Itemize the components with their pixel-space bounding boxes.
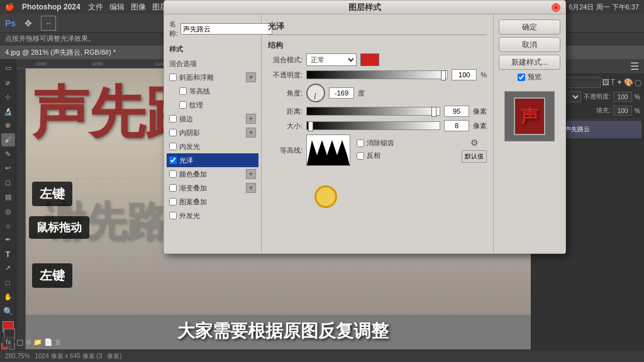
style-stroke[interactable]: 描边 +: [167, 112, 258, 126]
contour-svg: [307, 135, 350, 165]
contour-preview[interactable]: [306, 134, 350, 166]
gradient-overlay-checkbox[interactable]: [169, 184, 177, 192]
add-inner-shadow-btn[interactable]: +: [246, 128, 256, 138]
move-tool-icon[interactable]: ✥: [21, 16, 36, 31]
pen-tool[interactable]: ✒: [1, 233, 15, 247]
texture-label: 纹理: [189, 101, 203, 110]
history-brush[interactable]: ↩: [1, 162, 15, 175]
blur-tool[interactable]: ◎: [1, 204, 15, 218]
size-input[interactable]: [444, 120, 469, 131]
zoom-tool[interactable]: 🔍: [1, 304, 15, 318]
style-gradient-overlay[interactable]: 渐变叠加 +: [167, 181, 258, 195]
opacity-input[interactable]: [613, 92, 632, 102]
add-adj-btn[interactable]: ⊕: [26, 338, 31, 346]
size-slider[interactable]: [306, 121, 440, 130]
left-tools-panel: ▭ ⌀ ⊹ 🔬 ⊕ 🖌 ✎ ↩ ◻ ▤ ◎ ☼ ✒ T ↗ □ ✋ 🔍: [0, 59, 16, 349]
path-select[interactable]: ↗: [1, 261, 15, 275]
ok-button[interactable]: 确定: [499, 19, 560, 35]
lasso-tool[interactable]: ⌀: [1, 76, 15, 90]
style-gloss[interactable]: 光泽: [167, 153, 258, 167]
bevel-checkbox[interactable]: [169, 74, 177, 81]
panel-menu-icon[interactable]: ☰: [630, 60, 639, 72]
shape-tool[interactable]: □: [1, 276, 15, 290]
gloss-blend-select[interactable]: 正常: [306, 53, 357, 66]
angle-input[interactable]: [329, 87, 354, 99]
gloss-checkbox[interactable]: [169, 156, 177, 164]
gradient-tool[interactable]: ▤: [1, 190, 15, 204]
outer-glow-checkbox[interactable]: [169, 212, 177, 219]
fx-btn[interactable]: fx: [3, 337, 14, 347]
style-pattern-overlay[interactable]: 图案叠加: [167, 195, 258, 209]
stroke-checkbox[interactable]: [169, 115, 177, 123]
brush-tool[interactable]: 🖌: [1, 133, 15, 147]
icon3[interactable]: ✦: [616, 78, 623, 87]
apple-icon[interactable]: 🍎: [5, 3, 14, 11]
menu-image[interactable]: 图像: [131, 2, 146, 13]
preview-checkbox[interactable]: [518, 74, 525, 81]
doc-size: 1024 像素 x 645 像素 (3: [35, 352, 102, 361]
invert-checkbox[interactable]: [357, 152, 364, 160]
distance-slider[interactable]: [306, 107, 440, 116]
new-layer-btn[interactable]: 📄: [44, 338, 53, 346]
outer-glow-label: 外发光: [179, 211, 200, 221]
bevel-label: 斜面和浮雕: [179, 73, 214, 82]
add-bevel-btn[interactable]: +: [246, 72, 256, 82]
style-color-overlay[interactable]: 颜色叠加 +: [167, 167, 258, 181]
gloss-color-btn[interactable]: [360, 53, 379, 66]
dialog-close-button[interactable]: ×: [552, 3, 560, 12]
style-outer-glow[interactable]: 外发光: [167, 209, 258, 222]
style-texture[interactable]: 纹理: [167, 98, 258, 112]
preview-label: 预览: [528, 72, 541, 82]
icon1[interactable]: 🖼: [602, 78, 609, 87]
texture-checkbox[interactable]: [179, 101, 187, 109]
add-stroke-btn[interactable]: +: [246, 114, 256, 124]
new-style-button[interactable]: 新建样式...: [499, 55, 560, 70]
healing-tool[interactable]: ⊕: [1, 119, 15, 133]
color-overlay-checkbox[interactable]: [169, 170, 177, 178]
style-inner-shadow[interactable]: 内阴影 +: [167, 126, 258, 140]
opacity-slider[interactable]: [306, 70, 448, 79]
style-name-input[interactable]: [180, 23, 272, 35]
cancel-button[interactable]: 取消: [499, 37, 560, 52]
color-overlay-label: 颜色叠加: [179, 170, 207, 179]
add-gradient-btn[interactable]: +: [246, 183, 256, 193]
invert-row: 反相: [357, 151, 394, 160]
fill-input[interactable]: [613, 106, 632, 116]
angle-widget[interactable]: [306, 84, 325, 102]
type-tool[interactable]: T: [1, 247, 15, 261]
contour-checkbox[interactable]: [179, 87, 187, 95]
icon5[interactable]: ◯: [635, 79, 641, 86]
angle-needle: [314, 93, 316, 99]
style-contour[interactable]: 等高线: [167, 84, 258, 98]
crop-tool[interactable]: ⊹: [1, 90, 15, 104]
inner-glow-checkbox[interactable]: [169, 143, 177, 150]
distance-input[interactable]: [444, 106, 469, 117]
menu-edit[interactable]: 编辑: [109, 2, 125, 13]
hand-tool[interactable]: ✋: [1, 290, 15, 304]
overlay-left-key-2: 左键: [32, 263, 72, 288]
style-inner-glow[interactable]: 内发光: [167, 140, 258, 153]
inner-shadow-checkbox[interactable]: [169, 129, 177, 136]
eraser-tool[interactable]: ◻: [1, 176, 15, 190]
default-value-btn[interactable]: 默认值: [462, 150, 487, 163]
transform-icon[interactable]: ↔: [41, 16, 56, 31]
app-name: Photoshop 2024: [22, 3, 80, 11]
settings-icon[interactable]: ⚙: [470, 138, 479, 148]
eyedropper-tool[interactable]: 🔬: [1, 104, 15, 118]
icon2[interactable]: T: [611, 78, 615, 87]
overlay-drag: 鼠标拖动: [29, 216, 89, 239]
add-color-overlay-btn[interactable]: +: [246, 169, 256, 179]
folder-btn[interactable]: 📁: [33, 338, 42, 346]
opacity-value-input[interactable]: [452, 69, 477, 80]
dodge-tool[interactable]: ☼: [1, 219, 15, 233]
selection-tool[interactable]: ▭: [1, 62, 15, 75]
style-bevel-emboss[interactable]: 斜面和浮雕 +: [167, 70, 258, 84]
anti-alias-checkbox[interactable]: [357, 140, 364, 147]
style-blending-options[interactable]: 混合选项: [167, 57, 258, 70]
stamp-tool[interactable]: ✎: [1, 147, 15, 161]
delete-layer-btn[interactable]: 🗑: [55, 338, 62, 346]
menu-file[interactable]: 文件: [88, 2, 103, 13]
pattern-overlay-checkbox[interactable]: [169, 198, 177, 206]
add-mask-btn[interactable]: ◻: [16, 337, 24, 347]
icon4[interactable]: 🎨: [624, 78, 633, 87]
